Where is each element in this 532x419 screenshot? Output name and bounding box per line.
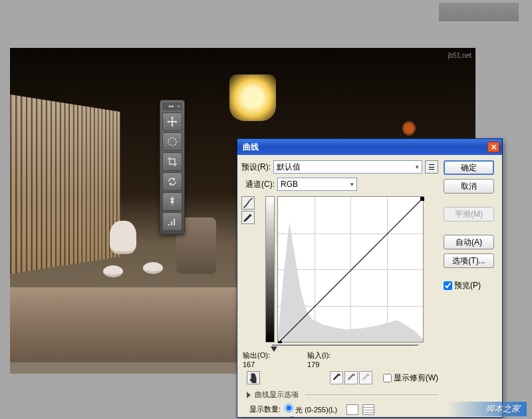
- eyedropper-icon: [332, 373, 341, 382]
- input-value: 179: [307, 360, 331, 368]
- dialog-title: 曲线: [243, 142, 259, 153]
- curve-display-options-toggle[interactable]: 曲线显示选项: [247, 390, 438, 400]
- preset-menu-button[interactable]: ☰: [425, 160, 438, 174]
- curve-point-mode[interactable]: [241, 196, 255, 210]
- lantern-light: [229, 74, 276, 121]
- palette-header[interactable]: ▸▸ ×: [162, 102, 182, 110]
- eyedropper-white[interactable]: [359, 371, 372, 384]
- chevron-down-icon: ▾: [416, 164, 419, 170]
- dialog-titlebar[interactable]: 曲线 ✕: [237, 139, 502, 155]
- black-point-slider[interactable]: [271, 347, 277, 352]
- curve-draw-mode[interactable]: [241, 211, 255, 224]
- svg-point-0: [168, 138, 176, 146]
- pin-icon: [167, 196, 178, 207]
- move-tool[interactable]: [162, 112, 182, 131]
- preview-label: 预览(P): [454, 280, 481, 291]
- channel-label: 通道(C):: [245, 179, 275, 190]
- menu-icon: ☰: [428, 163, 435, 172]
- window-blinds: [10, 94, 120, 274]
- show-clipping-checkbox[interactable]: [383, 374, 392, 382]
- close-button[interactable]: ✕: [487, 142, 499, 152]
- smooth-button: 平滑(M): [444, 207, 494, 221]
- crop-icon: [167, 156, 178, 167]
- radio-light-option[interactable]: 光 (0-255)(L): [285, 404, 337, 415]
- palette-close-icon[interactable]: ×: [177, 104, 180, 109]
- divider: [305, 394, 438, 395]
- eyedropper-icon: [361, 373, 370, 382]
- svg-line-2: [278, 197, 424, 343]
- palette-collapse-icon[interactable]: ▸▸: [169, 104, 174, 109]
- input-ramp[interactable]: [272, 345, 418, 346]
- lantern-small: [402, 121, 416, 136]
- disclosure-triangle-icon: [247, 392, 251, 398]
- histogram-tool[interactable]: [162, 212, 182, 231]
- app-chrome-fragment: [439, 3, 519, 21]
- pencil-icon: [242, 211, 254, 223]
- channel-value: RGB: [281, 180, 298, 189]
- svg-rect-4: [420, 197, 424, 201]
- channel-select[interactable]: RGB ▾: [277, 178, 357, 191]
- display-amount-label: 显示数量:: [249, 404, 281, 414]
- preset-select[interactable]: 默认值 ▾: [273, 160, 422, 174]
- tool-palette[interactable]: ▸▸ ×: [160, 100, 185, 235]
- curve-display-options-label: 曲线显示选项: [255, 390, 299, 400]
- watermark-url: jb51.net: [448, 52, 471, 59]
- selection-tool[interactable]: [162, 132, 182, 151]
- chevron-down-icon: ▾: [350, 181, 354, 188]
- radio-light-label: 光 (0-255)(L): [295, 406, 337, 414]
- auto-button[interactable]: 自动(A): [444, 235, 494, 249]
- output-value: 167: [243, 360, 270, 368]
- curves-dialog: 曲线 ✕ 预设(R): 默认值 ▾ ☰ 通道(C): RGB: [237, 138, 503, 418]
- radio-ink[interactable]: [288, 416, 297, 417]
- options-button[interactable]: 选项(T)...: [444, 253, 494, 268]
- eyedropper-group: [330, 371, 372, 384]
- eyedropper-icon: [346, 373, 356, 382]
- show-clipping-label: 显示修剪(W): [394, 372, 438, 384]
- stats-icon: [167, 216, 178, 227]
- watermark-text: 脚本之家: [485, 403, 520, 415]
- cancel-button[interactable]: 取消: [444, 179, 494, 194]
- curves-graph[interactable]: [277, 196, 424, 343]
- ok-button[interactable]: 确定: [444, 160, 494, 175]
- urn: [110, 221, 136, 254]
- preview-checkbox[interactable]: [444, 281, 452, 290]
- radio-ink-option[interactable]: 颜料/油墨 %(G): [288, 416, 349, 417]
- svg-rect-3: [278, 341, 282, 343]
- eyedropper-black[interactable]: [330, 371, 343, 384]
- preset-value: 默认值: [277, 162, 301, 173]
- grid-size-detailed-button[interactable]: [362, 404, 374, 415]
- preset-label: 预设(R):: [241, 162, 271, 173]
- crop-tool[interactable]: [162, 152, 182, 171]
- watermark: 脚本之家: [447, 402, 527, 416]
- preview-option[interactable]: 预览(P): [444, 280, 481, 291]
- white-point-slider[interactable]: [413, 347, 420, 352]
- hand-point-icon: [247, 372, 259, 384]
- target-adjust-tool[interactable]: [247, 371, 260, 384]
- grid-size-simple-button[interactable]: [346, 404, 358, 415]
- curve-icon: [242, 197, 254, 209]
- teacup: [143, 262, 163, 274]
- eyedropper-gray[interactable]: [344, 371, 358, 384]
- sync-icon: [167, 176, 178, 187]
- move-icon: [167, 116, 178, 127]
- output-ramp[interactable]: [265, 196, 275, 343]
- curve-line: [278, 197, 424, 343]
- close-icon: ✕: [491, 143, 497, 152]
- sync-tool[interactable]: [162, 172, 182, 191]
- teacup: [103, 265, 123, 277]
- input-label: 输入(I):: [307, 350, 331, 360]
- radio-light[interactable]: [285, 404, 293, 412]
- show-clipping-option[interactable]: 显示修剪(W): [383, 372, 438, 384]
- selection-icon: [167, 136, 178, 147]
- pin-tool[interactable]: [162, 192, 182, 211]
- output-label: 输出(O):: [243, 350, 270, 360]
